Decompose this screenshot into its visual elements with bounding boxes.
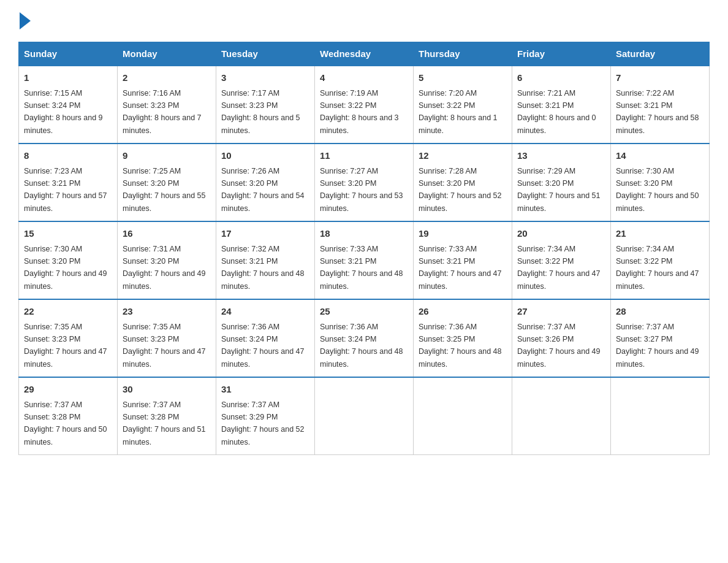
day-info: Sunrise: 7:28 AMSunset: 3:20 PMDaylight:…	[419, 167, 502, 213]
week-row-4: 22 Sunrise: 7:35 AMSunset: 3:23 PMDaylig…	[19, 299, 710, 377]
day-number: 31	[221, 383, 309, 397]
day-number: 1	[24, 71, 112, 85]
col-header-tuesday: Tuesday	[216, 42, 315, 66]
calendar-cell	[611, 377, 710, 455]
day-info: Sunrise: 7:16 AMSunset: 3:23 PMDaylight:…	[123, 89, 202, 135]
day-info: Sunrise: 7:15 AMSunset: 3:24 PMDaylight:…	[24, 89, 103, 135]
calendar-cell: 19 Sunrise: 7:33 AMSunset: 3:21 PMDaylig…	[414, 221, 512, 299]
calendar-cell: 9 Sunrise: 7:25 AMSunset: 3:20 PMDayligh…	[118, 144, 216, 221]
day-number: 15	[24, 227, 112, 241]
calendar-cell: 8 Sunrise: 7:23 AMSunset: 3:21 PMDayligh…	[19, 144, 118, 221]
calendar-cell: 31 Sunrise: 7:37 AMSunset: 3:29 PMDaylig…	[216, 377, 315, 455]
calendar-cell: 16 Sunrise: 7:31 AMSunset: 3:20 PMDaylig…	[118, 221, 216, 299]
day-info: Sunrise: 7:17 AMSunset: 3:23 PMDaylight:…	[221, 89, 300, 135]
week-row-3: 15 Sunrise: 7:30 AMSunset: 3:20 PMDaylig…	[19, 221, 710, 299]
calendar-cell: 25 Sunrise: 7:36 AMSunset: 3:24 PMDaylig…	[315, 299, 414, 377]
day-info: Sunrise: 7:36 AMSunset: 3:24 PMDaylight:…	[320, 323, 403, 369]
day-info: Sunrise: 7:32 AMSunset: 3:21 PMDaylight:…	[221, 245, 305, 291]
calendar-cell	[512, 377, 611, 455]
day-number: 17	[221, 227, 309, 241]
calendar-cell: 10 Sunrise: 7:26 AMSunset: 3:20 PMDaylig…	[216, 144, 315, 221]
day-number: 26	[419, 305, 507, 319]
calendar-cell	[414, 377, 512, 455]
day-info: Sunrise: 7:25 AMSunset: 3:20 PMDaylight:…	[123, 167, 206, 213]
day-info: Sunrise: 7:22 AMSunset: 3:21 PMDaylight:…	[616, 89, 699, 135]
day-info: Sunrise: 7:20 AMSunset: 3:22 PMDaylight:…	[419, 89, 498, 135]
day-number: 7	[616, 71, 704, 85]
day-number: 25	[320, 305, 408, 319]
week-row-2: 8 Sunrise: 7:23 AMSunset: 3:21 PMDayligh…	[19, 144, 710, 221]
day-info: Sunrise: 7:36 AMSunset: 3:24 PMDaylight:…	[221, 323, 305, 369]
calendar-cell: 3 Sunrise: 7:17 AMSunset: 3:23 PMDayligh…	[216, 66, 315, 144]
page-header	[18, 12, 710, 29]
day-info: Sunrise: 7:33 AMSunset: 3:21 PMDaylight:…	[320, 245, 403, 291]
calendar-cell: 4 Sunrise: 7:19 AMSunset: 3:22 PMDayligh…	[315, 66, 414, 144]
day-number: 14	[616, 149, 704, 163]
day-number: 2	[123, 71, 211, 85]
day-info: Sunrise: 7:31 AMSunset: 3:20 PMDaylight:…	[123, 245, 206, 291]
day-number: 29	[24, 383, 112, 397]
calendar-cell: 6 Sunrise: 7:21 AMSunset: 3:21 PMDayligh…	[512, 66, 611, 144]
calendar-cell: 24 Sunrise: 7:36 AMSunset: 3:24 PMDaylig…	[216, 299, 315, 377]
day-number: 21	[616, 227, 704, 241]
calendar-cell: 13 Sunrise: 7:29 AMSunset: 3:20 PMDaylig…	[512, 144, 611, 221]
day-number: 23	[123, 305, 211, 319]
col-header-thursday: Thursday	[414, 42, 512, 66]
col-header-friday: Friday	[512, 42, 611, 66]
day-number: 28	[616, 305, 704, 319]
calendar-cell: 20 Sunrise: 7:34 AMSunset: 3:22 PMDaylig…	[512, 221, 611, 299]
day-info: Sunrise: 7:33 AMSunset: 3:21 PMDaylight:…	[419, 245, 502, 291]
calendar-cell: 23 Sunrise: 7:35 AMSunset: 3:23 PMDaylig…	[118, 299, 216, 377]
day-info: Sunrise: 7:37 AMSunset: 3:29 PMDaylight:…	[221, 400, 305, 446]
day-info: Sunrise: 7:30 AMSunset: 3:20 PMDaylight:…	[616, 167, 699, 213]
day-info: Sunrise: 7:36 AMSunset: 3:25 PMDaylight:…	[419, 323, 502, 369]
day-number: 12	[419, 149, 507, 163]
calendar-cell: 26 Sunrise: 7:36 AMSunset: 3:25 PMDaylig…	[414, 299, 512, 377]
calendar-cell: 27 Sunrise: 7:37 AMSunset: 3:26 PMDaylig…	[512, 299, 611, 377]
day-number: 27	[517, 305, 605, 319]
day-number: 11	[320, 149, 408, 163]
day-number: 3	[221, 71, 309, 85]
day-info: Sunrise: 7:35 AMSunset: 3:23 PMDaylight:…	[123, 323, 206, 369]
day-info: Sunrise: 7:27 AMSunset: 3:20 PMDaylight:…	[320, 167, 403, 213]
col-header-monday: Monday	[118, 42, 216, 66]
calendar-cell: 21 Sunrise: 7:34 AMSunset: 3:22 PMDaylig…	[611, 221, 710, 299]
day-number: 16	[123, 227, 211, 241]
calendar-cell: 30 Sunrise: 7:37 AMSunset: 3:28 PMDaylig…	[118, 377, 216, 455]
day-info: Sunrise: 7:37 AMSunset: 3:26 PMDaylight:…	[517, 323, 601, 369]
day-info: Sunrise: 7:30 AMSunset: 3:20 PMDaylight:…	[24, 245, 107, 291]
col-header-wednesday: Wednesday	[315, 42, 414, 66]
calendar-cell: 12 Sunrise: 7:28 AMSunset: 3:20 PMDaylig…	[414, 144, 512, 221]
calendar-cell: 18 Sunrise: 7:33 AMSunset: 3:21 PMDaylig…	[315, 221, 414, 299]
day-info: Sunrise: 7:37 AMSunset: 3:28 PMDaylight:…	[123, 400, 206, 446]
day-info: Sunrise: 7:35 AMSunset: 3:23 PMDaylight:…	[24, 323, 107, 369]
day-info: Sunrise: 7:29 AMSunset: 3:20 PMDaylight:…	[517, 167, 601, 213]
day-number: 19	[419, 227, 507, 241]
day-number: 4	[320, 71, 408, 85]
calendar-cell	[315, 377, 414, 455]
day-info: Sunrise: 7:23 AMSunset: 3:21 PMDaylight:…	[24, 167, 107, 213]
calendar-cell: 1 Sunrise: 7:15 AMSunset: 3:24 PMDayligh…	[19, 66, 118, 144]
day-number: 10	[221, 149, 309, 163]
day-info: Sunrise: 7:21 AMSunset: 3:21 PMDaylight:…	[517, 89, 596, 135]
calendar-table: SundayMondayTuesdayWednesdayThursdayFrid…	[18, 42, 710, 455]
day-info: Sunrise: 7:37 AMSunset: 3:27 PMDaylight:…	[616, 323, 699, 369]
day-number: 9	[123, 149, 211, 163]
calendar-cell: 17 Sunrise: 7:32 AMSunset: 3:21 PMDaylig…	[216, 221, 315, 299]
calendar-cell: 11 Sunrise: 7:27 AMSunset: 3:20 PMDaylig…	[315, 144, 414, 221]
calendar-cell: 5 Sunrise: 7:20 AMSunset: 3:22 PMDayligh…	[414, 66, 512, 144]
logo	[18, 12, 31, 29]
col-header-saturday: Saturday	[611, 42, 710, 66]
day-info: Sunrise: 7:26 AMSunset: 3:20 PMDaylight:…	[221, 167, 305, 213]
day-info: Sunrise: 7:19 AMSunset: 3:22 PMDaylight:…	[320, 89, 399, 135]
day-number: 6	[517, 71, 605, 85]
calendar-cell: 14 Sunrise: 7:30 AMSunset: 3:20 PMDaylig…	[611, 144, 710, 221]
col-header-sunday: Sunday	[19, 42, 118, 66]
day-number: 18	[320, 227, 408, 241]
day-number: 30	[123, 383, 211, 397]
calendar-cell: 2 Sunrise: 7:16 AMSunset: 3:23 PMDayligh…	[118, 66, 216, 144]
day-info: Sunrise: 7:37 AMSunset: 3:28 PMDaylight:…	[24, 400, 107, 446]
calendar-cell: 29 Sunrise: 7:37 AMSunset: 3:28 PMDaylig…	[19, 377, 118, 455]
week-row-1: 1 Sunrise: 7:15 AMSunset: 3:24 PMDayligh…	[19, 66, 710, 144]
logo-arrow-icon	[20, 12, 31, 29]
